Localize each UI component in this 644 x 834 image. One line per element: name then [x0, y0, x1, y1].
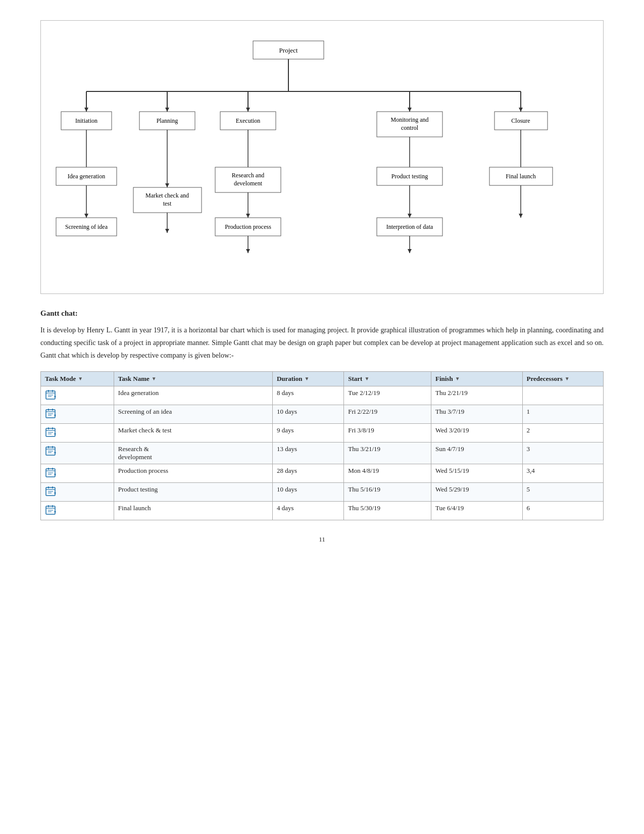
cell-task-mode: [41, 442, 114, 464]
task-mode-icon: [45, 445, 56, 456]
th-predecessors[interactable]: Predecessors ▼: [522, 371, 603, 386]
cell-predecessors: 5: [522, 482, 603, 501]
cell-duration: 9 days: [272, 423, 343, 442]
svg-marker-5: [84, 108, 88, 112]
svg-marker-11: [408, 108, 412, 112]
start-dropdown-icon[interactable]: ▼: [364, 376, 369, 381]
pred-dropdown-icon[interactable]: ▼: [565, 376, 570, 381]
svg-text:Market check and: Market check and: [145, 192, 189, 199]
svg-text:Research and: Research and: [232, 172, 264, 179]
svg-text:Initiation: Initiation: [75, 117, 97, 124]
th-start[interactable]: Start ▼: [344, 371, 431, 386]
cell-start: Thu 5/16/19: [344, 482, 431, 501]
svg-text:Final launch: Final launch: [506, 173, 536, 180]
svg-marker-53: [408, 214, 412, 218]
svg-marker-38: [165, 229, 169, 233]
cell-duration: 10 days: [272, 405, 343, 423]
cell-predecessors: 1: [522, 405, 603, 423]
svg-text:Screening of idea: Screening of idea: [65, 223, 108, 230]
svg-text:Interpretion of data: Interpretion of data: [386, 223, 433, 230]
svg-marker-44: [246, 214, 250, 218]
svg-marker-13: [519, 108, 523, 112]
cell-duration: 8 days: [272, 386, 343, 405]
gantt-table: Task Mode ▼ Task Name ▼ Duration ▼: [40, 371, 604, 520]
cell-start: Mon 4/8/19: [344, 464, 431, 482]
cell-task-name: Production process: [114, 464, 272, 482]
cell-start: Tue 2/12/19: [344, 386, 431, 405]
task-mode-icon: [45, 426, 56, 437]
task-mode-icon: [45, 467, 56, 478]
svg-text:Closure: Closure: [511, 117, 530, 124]
cell-task-mode: [41, 423, 114, 442]
cell-finish: Thu 2/21/19: [431, 386, 522, 405]
org-chart-svg: Project Initiation Planning: [51, 36, 612, 283]
svg-marker-62: [519, 214, 523, 218]
cell-task-mode: [41, 501, 114, 520]
svg-marker-9: [246, 108, 250, 112]
cell-finish: Tue 6/4/19: [431, 501, 522, 520]
svg-marker-57: [408, 249, 412, 253]
svg-text:Project: Project: [279, 46, 298, 54]
page-number: 11: [40, 535, 604, 544]
cell-predecessors: [522, 386, 603, 405]
task-mode-icon: [45, 408, 56, 419]
svg-marker-48: [246, 249, 250, 253]
cell-finish: Thu 3/7/19: [431, 405, 522, 423]
th-task-mode[interactable]: Task Mode ▼: [41, 371, 114, 386]
table-row: Production process28 daysMon 4/8/19Wed 5…: [41, 464, 604, 482]
svg-text:control: control: [401, 124, 419, 131]
th-task-name[interactable]: Task Name ▼: [114, 371, 272, 386]
cell-start: Fri 3/8/19: [344, 423, 431, 442]
cell-start: Thu 5/30/19: [344, 501, 431, 520]
svg-marker-7: [165, 108, 169, 112]
cell-duration: 13 days: [272, 442, 343, 464]
task-name-dropdown-icon[interactable]: ▼: [152, 376, 157, 381]
cell-task-mode: [41, 464, 114, 482]
diagram-section: Project Initiation Planning: [40, 20, 604, 294]
svg-marker-104: [54, 493, 56, 495]
svg-text:Product testing: Product testing: [391, 173, 428, 180]
cell-task-mode: [41, 386, 114, 405]
cell-predecessors: 3: [522, 442, 603, 464]
th-duration[interactable]: Duration ▼: [272, 371, 343, 386]
cell-task-name: Research &development: [114, 442, 272, 464]
cell-task-mode: [41, 482, 114, 501]
cell-predecessors: 6: [522, 501, 603, 520]
svg-marker-69: [54, 396, 56, 398]
svg-marker-90: [54, 452, 56, 454]
th-finish[interactable]: Finish ▼: [431, 371, 522, 386]
table-row: Market check & test9 daysFri 3/8/19Wed 3…: [41, 423, 604, 442]
duration-dropdown-icon[interactable]: ▼: [304, 376, 309, 381]
task-mode-dropdown-icon[interactable]: ▼: [78, 376, 83, 381]
cell-task-name: Idea generation: [114, 386, 272, 405]
table-row: Product testing10 daysThu 5/16/19Wed 5/2…: [41, 482, 604, 501]
cell-start: Fri 2/22/19: [344, 405, 431, 423]
cell-duration: 10 days: [272, 482, 343, 501]
svg-text:test: test: [163, 200, 172, 207]
cell-task-name: Screening of an idea: [114, 405, 272, 423]
svg-marker-111: [54, 511, 56, 513]
svg-text:develoment: develoment: [234, 180, 263, 187]
finish-dropdown-icon[interactable]: ▼: [455, 376, 460, 381]
cell-finish: Sun 4/7/19: [431, 442, 522, 464]
cell-finish: Wed 5/15/19: [431, 464, 522, 482]
gantt-paragraph: It is develop by Henry L. Gantt in year …: [40, 324, 604, 362]
gantt-section: Gantt chat: It is develop by Henry L. Ga…: [40, 309, 604, 520]
cell-task-name: Product testing: [114, 482, 272, 501]
task-mode-icon: [45, 485, 56, 497]
table-row: Screening of an idea10 daysFri 2/22/19Th…: [41, 405, 604, 423]
cell-task-mode: [41, 405, 114, 423]
svg-text:Idea generation: Idea generation: [68, 173, 105, 180]
cell-task-name: Final launch: [114, 501, 272, 520]
cell-task-name: Market check & test: [114, 423, 272, 442]
table-row: Idea generation8 daysTue 2/12/19Thu 2/21…: [41, 386, 604, 405]
table-row: Final launch4 daysThu 5/30/19Tue 6/4/196: [41, 501, 604, 520]
task-mode-icon: [45, 504, 56, 515]
cell-start: Thu 3/21/19: [344, 442, 431, 464]
cell-finish: Wed 5/29/19: [431, 482, 522, 501]
cell-predecessors: 2: [522, 423, 603, 442]
svg-text:Production process: Production process: [225, 223, 271, 230]
cell-finish: Wed 3/20/19: [431, 423, 522, 442]
table-row: Research &development13 daysThu 3/21/19S…: [41, 442, 604, 464]
svg-text:Planning: Planning: [157, 117, 178, 124]
